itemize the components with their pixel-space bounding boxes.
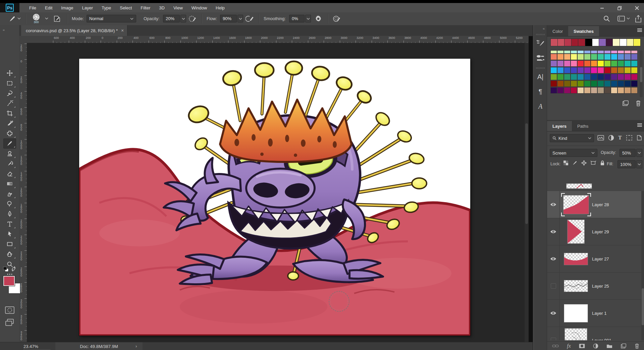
layer-row-partial[interactable] — [547, 172, 644, 191]
layers-panel-menu-icon[interactable] — [637, 123, 642, 127]
swatch-r4c7[interactable] — [597, 74, 604, 80]
document-tab[interactable]: coronavirus.psd @ 23.5% (Layer 28, RGB/8… — [21, 25, 127, 36]
swatch-r5c6[interactable] — [591, 80, 597, 87]
layer-thumbnail[interactable] — [560, 280, 592, 292]
recent-swatch-6[interactable] — [592, 39, 599, 46]
swatch-r2c9[interactable] — [611, 60, 618, 67]
swatch-r0c8[interactable] — [604, 50, 611, 54]
character-panel-icon[interactable]: A| — [534, 69, 547, 84]
swatch-r1c3[interactable] — [571, 54, 577, 60]
swatch-r4c4[interactable] — [577, 74, 584, 80]
status-chevron-icon[interactable]: › — [136, 344, 137, 349]
swatch-r5c3[interactable] — [571, 80, 577, 87]
swatches-panel-menu-icon[interactable] — [637, 28, 642, 32]
rectangle-tool[interactable] — [3, 239, 16, 249]
swatch-r2c4[interactable] — [577, 60, 584, 67]
healing-brush-tool[interactable] — [3, 128, 16, 138]
search-icon[interactable] — [603, 15, 610, 22]
swatch-r3c0[interactable] — [550, 67, 557, 73]
swatch-r4c2[interactable] — [564, 74, 571, 80]
swatch-r6c10[interactable] — [618, 87, 624, 94]
recent-swatch-9[interactable] — [612, 39, 620, 46]
new-swatch-icon[interactable] — [622, 100, 629, 106]
swatch-r2c11[interactable] — [624, 60, 631, 67]
delete-layer-icon[interactable] — [635, 343, 639, 349]
recent-swatch-8[interactable] — [606, 39, 613, 46]
swatch-r5c2[interactable] — [564, 80, 571, 87]
menu-help[interactable]: Help — [211, 4, 229, 12]
swatch-r0c1[interactable] — [557, 50, 564, 54]
swatch-r1c12[interactable] — [631, 54, 638, 60]
swatch-r2c5[interactable] — [584, 60, 591, 67]
swatch-r5c10[interactable] — [618, 80, 624, 87]
layer-row-layer-001[interactable]: Layer 001 — [547, 327, 644, 340]
collapse-tools-icon[interactable]: » — [3, 28, 5, 32]
current-tool-brush-icon[interactable] — [9, 15, 16, 22]
recent-swatch-5[interactable] — [585, 39, 592, 46]
swatch-r1c5[interactable] — [584, 54, 591, 60]
swatch-r6c3[interactable] — [571, 87, 577, 94]
link-layers-icon[interactable] — [552, 344, 559, 348]
layer-visibility-toggle[interactable] — [547, 327, 560, 340]
swatch-r1c0[interactable] — [550, 54, 557, 60]
layer-row-layer-27[interactable]: Layer 27 — [547, 245, 644, 273]
layer-visibility-toggle[interactable] — [547, 245, 560, 272]
swatch-r1c11[interactable] — [624, 54, 631, 60]
swatch-r6c8[interactable] — [604, 87, 611, 94]
lock-pixels-icon[interactable] — [572, 160, 578, 166]
gradient-tool[interactable] — [3, 179, 16, 189]
swatch-r3c6[interactable] — [591, 67, 597, 73]
layer-row-layer-25[interactable]: Layer 25 — [547, 273, 644, 300]
recent-swatch-7[interactable] — [599, 39, 606, 46]
screen-mode-button[interactable] — [5, 318, 15, 327]
swatch-r4c12[interactable] — [631, 74, 638, 80]
layer-visibility-toggle[interactable] — [547, 273, 560, 299]
swatch-r4c6[interactable] — [591, 74, 597, 80]
swatch-r2c0[interactable] — [550, 60, 557, 67]
swatch-r3c3[interactable] — [571, 67, 577, 73]
smoothing-field[interactable]: 0% — [289, 15, 305, 22]
path-selection-tool[interactable] — [3, 229, 16, 239]
swatch-r4c0[interactable] — [550, 74, 557, 80]
swatch-r5c0[interactable] — [550, 80, 557, 87]
swatch-r5c5[interactable] — [584, 80, 591, 87]
swatch-r2c2[interactable] — [564, 60, 571, 67]
tab-color[interactable]: Color — [547, 26, 568, 36]
swatch-r3c9[interactable] — [611, 67, 618, 73]
swatch-r3c4[interactable] — [577, 67, 584, 73]
recent-swatch-12[interactable] — [633, 39, 641, 46]
swatch-r1c10[interactable] — [618, 54, 624, 60]
swatch-r0c11[interactable] — [624, 50, 631, 54]
lock-position-icon[interactable] — [581, 160, 587, 166]
swap-colors-icon[interactable] — [11, 266, 17, 272]
swatch-r6c6[interactable] — [591, 87, 597, 94]
filter-pixel-layers-icon[interactable] — [597, 135, 604, 141]
layers-scrollbar[interactable] — [641, 191, 644, 340]
swatch-r5c11[interactable] — [624, 80, 631, 87]
size-pressure-icon[interactable] — [333, 15, 341, 22]
menu-type[interactable]: Type — [97, 4, 115, 12]
swatch-r0c4[interactable] — [577, 50, 584, 54]
expand-panels-icon[interactable]: « — [534, 25, 547, 32]
swatch-r3c12[interactable] — [631, 67, 638, 73]
swatch-r6c9[interactable] — [611, 87, 618, 94]
swatch-r2c6[interactable] — [591, 60, 597, 67]
brush-picker-chevron-icon[interactable] — [45, 17, 48, 20]
delete-swatch-icon[interactable] — [636, 100, 641, 106]
swatch-r3c1[interactable] — [557, 67, 564, 73]
document-canvas[interactable] — [79, 59, 470, 336]
canvas-vertical-scrollbar[interactable] — [525, 43, 529, 342]
pen-tool[interactable] — [3, 209, 16, 219]
swatch-r0c12[interactable] — [631, 50, 638, 54]
tab-swatches[interactable]: Swatches — [568, 26, 599, 36]
swatch-r3c8[interactable] — [604, 67, 611, 73]
layer-style-fx-icon[interactable]: fx — [567, 343, 571, 349]
type-tool[interactable] — [3, 219, 16, 229]
opacity-pressure-icon[interactable] — [189, 15, 197, 22]
swatch-r2c3[interactable] — [571, 60, 577, 67]
swatch-r6c7[interactable] — [597, 87, 604, 94]
swatch-r3c11[interactable] — [624, 67, 631, 73]
workspace-chevron-icon[interactable] — [627, 17, 630, 20]
recent-swatch-10[interactable] — [620, 39, 627, 46]
brush-preset-picker[interactable]: 300 — [32, 13, 40, 24]
